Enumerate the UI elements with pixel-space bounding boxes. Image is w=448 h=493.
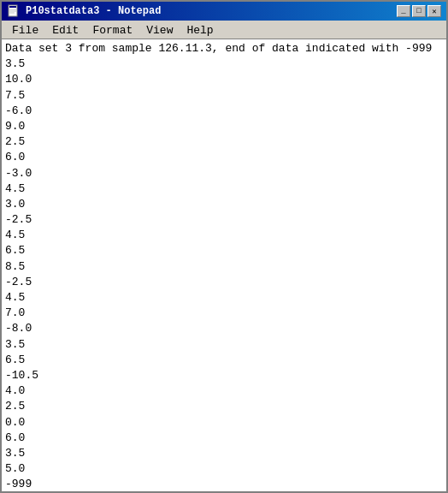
notepad-icon <box>7 4 21 18</box>
minimize-button[interactable]: _ <box>397 5 410 17</box>
menu-item-edit[interactable]: Edit <box>45 22 85 37</box>
notepad-window: P10statdata3 - Notepad _ □ ✕ FileEditFor… <box>0 0 448 493</box>
file-content: Data set 3 from sample 126.11.3, end of … <box>5 41 443 491</box>
close-button[interactable]: ✕ <box>427 5 441 17</box>
title-bar-buttons: _ □ ✕ <box>397 5 441 17</box>
menu-bar: FileEditFormatViewHelp <box>2 21 446 39</box>
content-area[interactable]: Data set 3 from sample 126.11.3, end of … <box>2 39 446 491</box>
menu-item-help[interactable]: Help <box>180 22 220 37</box>
menu-item-view[interactable]: View <box>139 22 180 37</box>
menu-item-format[interactable]: Format <box>85 22 139 37</box>
title-bar: P10statdata3 - Notepad _ □ ✕ <box>2 2 446 21</box>
window-title: P10statdata3 - Notepad <box>26 5 392 17</box>
menu-item-file[interactable]: File <box>5 22 45 37</box>
maximize-button[interactable]: □ <box>412 5 426 17</box>
svg-rect-1 <box>9 6 16 8</box>
